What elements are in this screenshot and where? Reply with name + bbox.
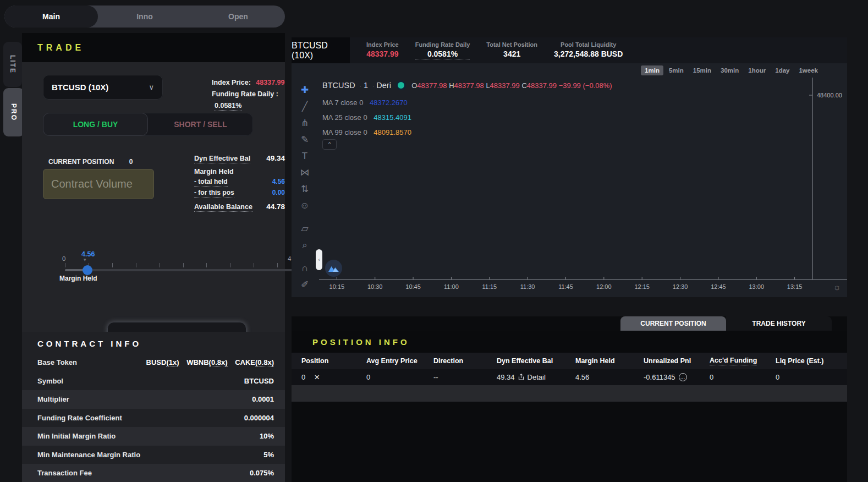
available-balance-label[interactable]: Available Balance <box>194 203 252 212</box>
timeframe-button[interactable]: 1week <box>795 65 822 75</box>
mountain-image-icon[interactable] <box>325 260 342 277</box>
column-header: Direction <box>433 357 463 365</box>
magnet-icon[interactable]: ∩ <box>296 261 313 276</box>
tab-trade-history[interactable]: TRADE HISTORY <box>726 316 832 331</box>
sidebar-item-lite[interactable]: LITE <box>3 42 22 87</box>
base-token-wbnb[interactable]: WBNB(0.8x) <box>186 358 227 366</box>
contract-info-row: Transaction Fee 0.075% <box>22 464 285 482</box>
margin-slider[interactable] <box>65 269 301 271</box>
svg-text:10:30: 10:30 <box>367 283 383 290</box>
column-header: Margin Held <box>575 357 615 365</box>
timeframe-row: 1min5min15min30min1hour1day1week <box>292 63 847 78</box>
timeframe-button[interactable]: 1hour <box>744 65 770 75</box>
contract-row-base-token: Base Token BUSD(1x) WBNB(0.8x) CAKE(0.8x… <box>22 353 285 372</box>
tab-inno[interactable]: Inno <box>98 6 191 28</box>
deri-pro-trading-page: Main Inno Open LITE PRO TRADE BTCUSD (10… <box>0 0 868 482</box>
emoji-icon[interactable]: ☺ <box>296 199 313 213</box>
column-header: Dyn Effective Bal <box>497 357 553 365</box>
avg-entry-price-value: 0 <box>366 373 433 381</box>
current-position-label: CURRENT POSITION <box>48 158 114 166</box>
base-token-label: Base Token <box>37 358 77 366</box>
svg-text:10:15: 10:15 <box>329 283 345 290</box>
total-held-label[interactable]: - total held <box>194 178 228 187</box>
index-price-block: Index Price: 48337.99 Funding Rate Daily… <box>212 77 285 112</box>
timeframe-button[interactable]: 1day <box>771 65 793 75</box>
base-token-busd[interactable]: BUSD(1x) <box>146 358 179 366</box>
close-position-icon[interactable]: × <box>314 373 320 382</box>
column-header: Position <box>301 357 328 365</box>
slider-min-label: 0 <box>62 255 65 262</box>
symbol-select[interactable]: BTCUSD (10X) ∨ <box>43 75 163 100</box>
column-header: Acc'd Funding <box>710 357 757 365</box>
zoom-in-icon[interactable]: ⌕ <box>296 238 313 253</box>
accd-funding-value: 0 <box>710 373 776 381</box>
slider-thumb[interactable] <box>83 265 92 275</box>
svg-text:11:00: 11:00 <box>444 283 459 290</box>
legend-collapse-button[interactable]: ^ <box>322 139 337 150</box>
market-header: BTCUSD (10X) Index Price 48337.99 Fundin… <box>292 37 847 63</box>
position-value: 0 <box>301 373 305 381</box>
svg-text:13:00: 13:00 <box>749 283 765 290</box>
funding-rate-label: Funding Rate Daily : <box>212 90 278 98</box>
base-token-values: BUSD(1x) WBNB(0.8x) CAKE(0.8x) <box>141 358 274 366</box>
candlestick-chart[interactable]: 48400.0048300.0048200.0048100.0048000.00… <box>292 78 847 297</box>
legend-ma25: MA 25 close 0 48315.4091 <box>322 113 411 122</box>
sidebar-item-pro[interactable]: PRO <box>3 88 24 136</box>
for-this-pos-value: 0.00 <box>272 189 285 196</box>
pitchfork-icon[interactable]: ⋔ <box>296 116 313 130</box>
svg-text:13:15: 13:15 <box>787 283 803 290</box>
crosshair-icon[interactable]: ✚ <box>296 83 313 97</box>
svg-text:48400.00: 48400.00 <box>817 92 842 98</box>
empty-table-row <box>292 385 847 402</box>
timeframe-button[interactable]: 15min <box>689 65 715 75</box>
chart-region[interactable]: 48400.0048300.0048200.0048100.0048000.00… <box>292 78 847 297</box>
brush-icon[interactable]: ✎ <box>296 133 313 147</box>
trade-title: TRADE <box>37 43 84 53</box>
dyn-effective-bal-value: 49.34 <box>266 154 285 162</box>
forecast-icon[interactable]: ⇅ <box>296 182 313 196</box>
long-buy-tab[interactable]: LONG / BUY <box>43 113 148 136</box>
pnl-more-icon[interactable]: … <box>679 373 687 381</box>
slider-ticks <box>65 263 301 268</box>
total-held-value: 4.56 <box>272 178 285 185</box>
tab-current-position[interactable]: CURRENT POSITION <box>620 316 726 331</box>
svg-text:11:15: 11:15 <box>482 283 497 290</box>
market-group-tabbar: Main Inno Open <box>4 6 285 28</box>
unrealized-pnl-value: -0.611345 <box>644 373 675 381</box>
draw-lock-icon[interactable]: ✐ <box>296 278 313 292</box>
xabcd-pattern-icon[interactable]: ⋈ <box>296 166 313 180</box>
chevron-down-icon: ∨ <box>149 83 154 91</box>
market-stat: Funding Rate Daily 0.0581% <box>415 37 470 63</box>
dyn-effective-bal-label[interactable]: Dyn Effective Bal <box>194 155 250 163</box>
position-info-header: POSITION INFO <box>292 331 847 353</box>
liq-price-value: 0 <box>776 373 847 381</box>
text-tool-icon[interactable]: T <box>296 149 313 163</box>
tab-open[interactable]: Open <box>191 6 285 28</box>
chart-drawing-toolbar: ✚╱⋔✎T⋈⇅☺▱⌕∩✐ <box>295 83 315 294</box>
timeframe-button[interactable]: 5min <box>665 65 688 75</box>
index-price-label: Index Price: <box>212 79 251 86</box>
index-price-value: 48337.99 <box>256 79 284 86</box>
toolbar-collapse-handle[interactable]: ‹ <box>316 249 322 270</box>
measure-icon[interactable]: ▱ <box>296 222 313 236</box>
trade-panel-header: TRADE <box>22 33 285 62</box>
svg-text:11:45: 11:45 <box>558 283 573 290</box>
column-header: Liq Price (Est.) <box>776 357 824 365</box>
tab-main[interactable]: Main <box>4 6 98 28</box>
contract-volume-input[interactable] <box>43 169 154 199</box>
current-position-value: 0 <box>129 158 133 166</box>
detail-share-icon[interactable] <box>518 374 525 381</box>
base-token-cake[interactable]: CAKE(0.8x) <box>235 358 274 366</box>
funding-rate-value[interactable]: 0.0581% <box>215 102 241 111</box>
for-this-pos-label[interactable]: - for this pos <box>194 189 234 198</box>
contract-info-row: Funding Rate Coefficient 0.000004 <box>22 409 285 428</box>
timeframe-button[interactable]: 30min <box>717 65 743 75</box>
detail-link[interactable]: Detail <box>528 373 546 381</box>
market-symbol: BTCUSD (10X) <box>292 37 350 63</box>
position-info-title: POSITION INFO <box>312 337 410 347</box>
column-header: Unrealized Pnl <box>644 357 691 365</box>
position-tabs: CURRENT POSITION TRADE HISTORY <box>620 316 832 331</box>
timeframe-button[interactable]: 1min <box>641 65 663 75</box>
short-sell-tab[interactable]: SHORT / SELL <box>148 113 253 136</box>
trend-line-icon[interactable]: ╱ <box>296 100 313 114</box>
